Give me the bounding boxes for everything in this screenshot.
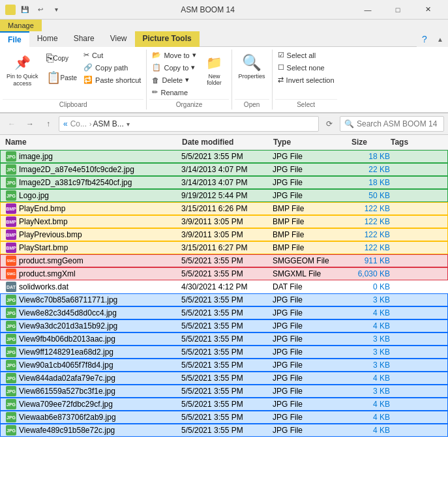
header-type[interactable]: Type	[273, 136, 351, 148]
copy-button[interactable]: ⎘ Copy	[44, 50, 80, 67]
refresh-button[interactable]: ⟳	[321, 116, 337, 132]
new-folder-button[interactable]: 📁 Newfolder	[200, 50, 229, 89]
file-row[interactable]: JPG Image2D_a381c97fb42540cf.jpg 3/14/20…	[0, 176, 448, 189]
file-type: BMP File	[273, 217, 351, 226]
file-name: JPG View9ff1248291ea68d2.jpg	[6, 347, 181, 357]
file-size: 6,030 KB	[351, 269, 390, 278]
file-row[interactable]: JPG image.jpg 5/5/2021 3:55 PM JPG File …	[0, 150, 448, 163]
delete-button[interactable]: 🗑 Delete ▾	[149, 74, 198, 85]
tab-view[interactable]: View	[102, 31, 135, 47]
breadcrumb-item-2[interactable]: ASM B...	[93, 119, 123, 128]
header-tags[interactable]: Tags	[391, 136, 443, 148]
rename-button[interactable]: ✏ Rename	[149, 87, 198, 98]
file-row[interactable]: JPG Viewa709ee72fdbc29cf.jpg 5/5/2021 3:…	[0, 398, 448, 411]
file-list-header: Name Date modified Type Size Tags	[0, 135, 448, 150]
properties-button[interactable]: 🔍 Properties	[235, 50, 269, 82]
file-rows-container: JPG image.jpg 5/5/2021 3:55 PM JPG File …	[0, 150, 448, 437]
search-input[interactable]	[357, 119, 440, 128]
file-row[interactable]: JPG View90a1cb4065f7f8d4.jpg 5/5/2021 3:…	[0, 359, 448, 372]
select-none-icon: ☐	[278, 63, 284, 72]
file-row[interactable]: JPG View8c70b85a68711771.jpg 5/5/2021 3:…	[0, 293, 448, 306]
file-size: 4 KB	[351, 374, 390, 383]
copy-icon: ⎘	[46, 52, 53, 65]
copy-to-button[interactable]: 📋 Copy to ▾	[149, 62, 198, 73]
file-row[interactable]: BMP PlayPrevious.bmp 3/9/2011 3:05 PM BM…	[0, 228, 448, 241]
window-controls: — □ ✕	[353, 0, 443, 20]
pin-icon: 📌	[12, 52, 33, 73]
file-row[interactable]: DAT solidworks.dat 4/30/2021 4:12 PM DAT…	[0, 280, 448, 293]
file-name-text: PlayPrevious.bmp	[19, 230, 82, 239]
file-row[interactable]: JPG View8e82c3d45d8d0cc4.jpg 5/5/2021 3:…	[0, 306, 448, 319]
file-name-text: View844ada02afa79e7c.jpg	[19, 374, 115, 383]
up-button[interactable]: ↑	[40, 116, 56, 132]
pin-to-quick-access-button[interactable]: 📌 Pin to Quickaccess	[3, 50, 42, 90]
tab-share[interactable]: Share	[66, 31, 102, 47]
ribbon-collapse-button[interactable]: ▲	[432, 31, 448, 47]
file-name: JPG Viewa709ee72fdbc29cf.jpg	[6, 399, 181, 409]
invert-selection-button[interactable]: ⇄ Invert selection	[275, 74, 337, 85]
file-row[interactable]: JPG Viewafe489c91b58e72c.jpg 5/5/2021 3:…	[0, 424, 448, 437]
quick-access-toolbar-save[interactable]: 💾	[18, 3, 31, 16]
file-size: 4 KB	[351, 308, 390, 317]
file-row[interactable]: BMP PlayStart.bmp 3/15/2011 6:27 PM BMP …	[0, 241, 448, 254]
file-name-text: Viewafe489c91b58e72c.jpg	[19, 426, 115, 435]
file-row[interactable]: BMP PlayEnd.bmp 3/15/2011 6:26 PM BMP Fi…	[0, 202, 448, 215]
paste-button[interactable]: 📋 Paste	[44, 68, 80, 87]
file-row[interactable]: BMP PlayNext.bmp 3/9/2011 3:05 PM BMP Fi…	[0, 215, 448, 228]
tab-home[interactable]: Home	[29, 31, 66, 47]
file-row[interactable]: JPG View844ada02afa79e7c.jpg 5/5/2021 3:…	[0, 372, 448, 385]
file-size: 22 KB	[351, 165, 390, 174]
file-row[interactable]: JPG View861559a527bc3f1e.jpg 5/5/2021 3:…	[0, 385, 448, 398]
select-all-button[interactable]: ☑ Select all	[275, 50, 337, 61]
file-row[interactable]: JPG View9a3dc201d3a15b92.jpg 5/5/2021 3:…	[0, 319, 448, 332]
file-row[interactable]: SMG product.smgXml 5/5/2021 3:55 PM SMGX…	[0, 267, 448, 280]
title-bar-left: 💾 ↩ ▾	[5, 3, 63, 16]
file-name: JPG View90a1cb4065f7f8d4.jpg	[6, 360, 181, 370]
file-name: JPG View9fb4b06db2013aac.jpg	[6, 334, 181, 344]
file-type: SMGGEOM File	[273, 256, 351, 265]
file-date: 5/5/2021 3:55 PM	[181, 400, 273, 409]
file-type: BMP File	[273, 204, 351, 213]
header-size[interactable]: Size	[351, 136, 391, 148]
file-row[interactable]: SMG product.smgGeom 5/5/2021 3:55 PM SMG…	[0, 254, 448, 267]
header-name[interactable]: Name	[5, 136, 182, 148]
select-buttons: ☑ Select all ☐ Select none ⇄ Invert sele…	[275, 50, 337, 98]
ribbon-help-button[interactable]: ?	[417, 31, 432, 47]
file-row[interactable]: JPG Logo.jpg 9/19/2012 5:44 PM JPG File …	[0, 189, 448, 202]
address-path[interactable]: « Co... › ASM B... ▾	[59, 116, 319, 132]
tab-file[interactable]: File	[0, 31, 29, 47]
file-name: DAT solidworks.dat	[6, 282, 181, 292]
clipboard-buttons: 📌 Pin to Quickaccess ⎘ Copy 📋 Paste ✂	[3, 50, 143, 98]
cut-button[interactable]: ✂ Cut	[81, 50, 143, 61]
file-row[interactable]: JPG View9ff1248291ea68d2.jpg 5/5/2021 3:…	[0, 346, 448, 359]
file-date: 3/14/2013 4:07 PM	[181, 178, 273, 187]
file-size: 4 KB	[351, 426, 390, 435]
file-name-text: View90a1cb4065f7f8d4.jpg	[19, 361, 113, 370]
file-row[interactable]: JPG View9fb4b06db2013aac.jpg 5/5/2021 3:…	[0, 332, 448, 346]
file-row[interactable]: JPG Image2D_a87e4e510fc9cde2.jpg 3/14/20…	[0, 163, 448, 176]
copy-path-button[interactable]: 🔗 Copy path	[81, 62, 143, 73]
paste-shortcut-button[interactable]: 🔁 Paste shortcut	[81, 74, 143, 85]
back-button[interactable]: ←	[4, 116, 20, 132]
forward-button[interactable]: →	[22, 116, 38, 132]
manage-tab-label[interactable]: Manage	[0, 20, 42, 31]
move-to-icon: 📂	[152, 51, 161, 59]
select-none-label: Select none	[287, 64, 325, 72]
cut-label: Cut	[92, 52, 103, 59]
breadcrumb-item-1[interactable]: «	[63, 119, 68, 128]
header-date[interactable]: Date modified	[182, 136, 273, 148]
quick-access-toolbar-undo[interactable]: ↩	[34, 3, 47, 16]
select-none-button[interactable]: ☐ Select none	[275, 62, 337, 73]
file-row[interactable]: JPG Viewaab6e873706f2ab9.jpg 5/5/2021 3:…	[0, 411, 448, 424]
quick-access-dropdown[interactable]: ▾	[50, 3, 63, 16]
move-to-button[interactable]: 📂 Move to ▾	[149, 50, 198, 61]
close-button[interactable]: ✕	[413, 0, 443, 20]
file-date: 5/5/2021 3:55 PM	[181, 295, 273, 304]
file-date: 5/5/2021 3:55 PM	[181, 361, 273, 370]
smg-icon: SMG	[6, 256, 16, 266]
minimize-button[interactable]: —	[353, 0, 383, 20]
file-date: 5/5/2021 3:55 PM	[181, 152, 273, 161]
tab-picture-tools[interactable]: Picture Tools	[135, 31, 200, 47]
path-chevron[interactable]: ▾	[127, 121, 130, 128]
maximize-button[interactable]: □	[383, 0, 413, 20]
